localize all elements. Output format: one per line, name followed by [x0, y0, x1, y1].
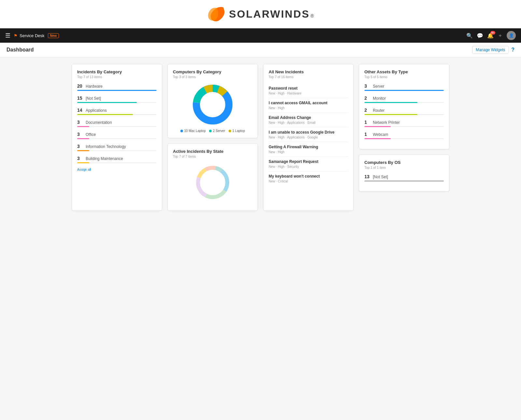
- incidents-bars: 20 Hardware 15 [Not Set] 14 Applications: [77, 83, 157, 163]
- incident-item[interactable]: Getting A Firewall Warning New · High: [269, 142, 348, 157]
- bar-label: [Not Set]: [86, 96, 101, 101]
- search-icon[interactable]: 🔍: [466, 33, 473, 39]
- sub-header: Dashboard Manage Widgets ?: [0, 43, 521, 57]
- bar-track: [77, 150, 157, 151]
- donut-chart-active: [173, 163, 252, 202]
- bar-fill: [77, 114, 133, 115]
- bar-fill: [77, 162, 89, 163]
- incident-meta: New · High: [269, 106, 348, 110]
- bar-number: 3: [364, 83, 371, 89]
- notification-count: 9+: [490, 31, 495, 35]
- widget-title-computers: Computers By Category: [173, 69, 252, 74]
- column-4: Other Assets By Type Top 5 of 5 items 3 …: [359, 64, 449, 211]
- incident-title: Getting A Firewall Warning: [269, 145, 348, 149]
- incident-item[interactable]: I cannot access GMAIL account New · High: [269, 98, 348, 113]
- bar-item: 14 Applications: [77, 108, 157, 115]
- bar-track: [77, 126, 157, 127]
- widget-subtitle-assets: Top 5 of 5 items: [364, 75, 444, 79]
- donut-chart-computers: [173, 83, 252, 126]
- bar-item: 3 Building Maintenance: [77, 156, 157, 163]
- bar-fill: [364, 114, 417, 115]
- bar-item: 13 [Not Set]: [364, 174, 444, 181]
- help-icon[interactable]: ?: [511, 47, 514, 53]
- flag-icon: ⚑: [14, 33, 18, 38]
- chat-icon[interactable]: 💬: [477, 33, 483, 39]
- incident-item[interactable]: Password reset New · High · Hardware: [269, 83, 348, 98]
- computers-by-category-widget: Computers By Category Top 3 of 3 items 1…: [167, 64, 258, 138]
- nav-left: ☰ ⚑ Service Desk New: [5, 32, 59, 39]
- logo-bar: SOLARWINDS®: [0, 0, 521, 28]
- nav-right: 🔍 💬 🔔 9+ ＋ 👤: [466, 31, 516, 40]
- legend-dot: [180, 130, 183, 132]
- bar-fill: [77, 150, 89, 151]
- new-badge[interactable]: New: [48, 33, 59, 38]
- logo-text: SOLARWINDS: [229, 8, 310, 20]
- bar-fill: [364, 90, 444, 91]
- legend-item: 1 Laptop: [229, 129, 245, 133]
- legend-item: 2 Server: [209, 129, 225, 133]
- incident-item[interactable]: Samanage Report Request New · High · Sec…: [269, 157, 348, 171]
- os-bars: 13 [Not Set]: [364, 174, 444, 181]
- bar-number: 3: [77, 156, 84, 161]
- svg-point-3: [204, 95, 222, 114]
- bar-label: Monitor: [373, 96, 386, 101]
- widget-subtitle-active: Top 7 of 7 items: [173, 155, 252, 158]
- hamburger-icon[interactable]: ☰: [5, 32, 10, 39]
- avatar[interactable]: 👤: [507, 31, 516, 40]
- bar-number: 15: [77, 95, 84, 101]
- notification-wrapper[interactable]: 🔔 9+: [487, 33, 494, 39]
- bar-item: 2 Monitor: [364, 95, 444, 103]
- bar-track: [77, 114, 157, 115]
- service-desk-label: ⚑ Service Desk: [14, 33, 45, 38]
- bar-label: Documentation: [86, 120, 112, 125]
- incident-item[interactable]: Email Address Change New · High · Applic…: [269, 113, 348, 127]
- bar-item: 3 Server: [364, 83, 444, 91]
- legend-label: 2 Server: [213, 129, 225, 133]
- widget-title-assets: Other Assets By Type: [364, 69, 444, 74]
- widget-subtitle-os: Top 1 of 1 item: [364, 166, 444, 169]
- bar-fill: [364, 126, 391, 127]
- bar-number: 3: [77, 132, 84, 137]
- bar-number: 3: [77, 120, 84, 125]
- bar-track: [364, 138, 444, 139]
- bar-track: [364, 102, 444, 103]
- legend-item: 10 Mac Laptop: [180, 129, 206, 133]
- bar-label: Network Printer: [373, 120, 400, 125]
- legend-label: 10 Mac Laptop: [184, 129, 206, 133]
- bar-item: 3 Documentation: [77, 120, 157, 127]
- assign-all-link[interactable]: Assign all: [77, 168, 157, 171]
- bar-track: [77, 102, 157, 103]
- bar-label: Hardware: [86, 84, 103, 89]
- active-incidents-widget: Active Incidents By State Top 7 of 7 ite…: [167, 143, 258, 211]
- nav-bar: ☰ ⚑ Service Desk New 🔍 💬 🔔 9+ ＋ 👤: [0, 28, 521, 43]
- incidents-by-category-widget: Incidents By Category Top 7 of 13 items …: [72, 64, 162, 211]
- bar-track: [77, 90, 157, 91]
- bar-item: 15 [Not Set]: [77, 95, 157, 103]
- column-2: Computers By Category Top 3 of 3 items 1…: [167, 64, 258, 211]
- bar-track: [77, 138, 157, 139]
- incident-meta: New · Critical: [269, 180, 348, 183]
- bar-item: 3 Office: [77, 132, 157, 139]
- legend-dot: [229, 130, 231, 132]
- plus-icon[interactable]: ＋: [498, 32, 503, 39]
- incident-title: Samanage Report Request: [269, 159, 348, 164]
- bar-label: Office: [86, 132, 96, 137]
- widget-subtitle-incidents: Top 7 of 13 items: [77, 75, 157, 79]
- widget-subtitle-computers: Top 3 of 3 items: [173, 75, 252, 79]
- bar-number: 1: [364, 132, 371, 137]
- incident-item[interactable]: I am unable to access Google Drive New ·…: [269, 127, 348, 142]
- computers-legend: 10 Mac Laptop2 Server1 Laptop: [173, 129, 252, 133]
- bar-fill: [364, 138, 391, 139]
- incidents-list: Password reset New · High · Hardware I c…: [269, 83, 348, 186]
- bar-track: [364, 126, 444, 127]
- bar-track: [77, 162, 157, 163]
- widget-subtitle-new-incidents: Top 7 of 16 items: [269, 75, 348, 79]
- bar-item: 1 Webcam: [364, 132, 444, 139]
- bar-fill: [77, 138, 89, 139]
- widget-title-incidents: Incidents By Category: [77, 69, 157, 74]
- incident-title: I am unable to access Google Drive: [269, 130, 348, 135]
- manage-widgets-button[interactable]: Manage Widgets: [472, 46, 509, 54]
- legend-label: 1 Laptop: [232, 129, 245, 133]
- incident-item[interactable]: My keyboard won't connect New · Critical: [269, 171, 348, 186]
- incident-meta: New · High · Security: [269, 165, 348, 168]
